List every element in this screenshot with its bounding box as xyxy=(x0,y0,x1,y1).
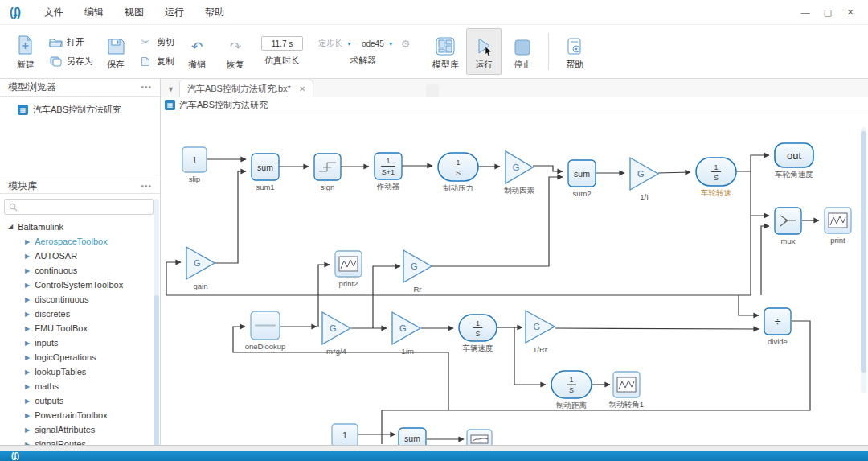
block-gain-1-over-I[interactable]: G1/I xyxy=(630,158,658,201)
tree-root-baltamulink[interactable]: ◢ Baltamulink xyxy=(0,220,154,234)
more-options-icon[interactable]: ••• xyxy=(141,83,152,92)
wire-12[interactable] xyxy=(739,295,759,315)
wire-10[interactable] xyxy=(751,171,769,216)
block-gain[interactable]: Ggain xyxy=(186,247,215,290)
block-brake-pressure-integrator[interactable]: 1S制动压力 xyxy=(438,153,478,192)
menu-item-运行[interactable]: 运行 xyxy=(154,2,194,23)
wire-25[interactable] xyxy=(555,328,759,329)
block-sum2[interactable]: sumsum2 xyxy=(568,160,596,198)
tree-item-signalRoutes[interactable]: ▶signalRoutes xyxy=(0,437,154,445)
new-button[interactable]: 新建 xyxy=(8,28,43,75)
block-vehicle-speed-integrator[interactable]: 1S车辆速度 xyxy=(459,315,497,352)
block-gain-Rr[interactable]: GRr xyxy=(403,250,432,294)
cut-button[interactable]: ✂ 剪切 xyxy=(138,32,174,51)
block-sum3[interactable]: sum xyxy=(399,428,426,445)
tree-item-signalAttributes[interactable]: ▶signalAttributes xyxy=(0,422,154,437)
menu-item-视图[interactable]: 视图 xyxy=(114,2,154,23)
menu-item-文件[interactable]: 文件 xyxy=(34,2,74,23)
block-gain-neg-1-over-m[interactable]: G-1/m xyxy=(392,312,420,356)
undo-button[interactable]: ↶ 撤销 xyxy=(179,28,215,75)
block-constant-1b[interactable]: 1 xyxy=(332,424,358,445)
tree-item-FMU ToolBox[interactable]: ▶FMU ToolBox xyxy=(0,321,154,335)
block-print3-scope[interactable] xyxy=(467,430,492,445)
model-tree-item[interactable]: ▦ 汽车ABS控制方法研究 xyxy=(0,97,160,116)
block-brake-distance-integrator[interactable]: 1S制动距离 xyxy=(551,371,592,410)
block-sign[interactable]: sign xyxy=(314,154,341,191)
maximize-button[interactable]: ▢ xyxy=(817,7,839,18)
close-button[interactable]: ✕ xyxy=(839,7,862,18)
tree-item-maths[interactable]: ▶maths xyxy=(0,379,154,393)
run-button[interactable]: 运行 xyxy=(466,28,502,75)
tree-item-PowertrainToolbox[interactable]: ▶PowertrainToolbox xyxy=(0,408,154,422)
redo-button[interactable]: ↷ 恢复 xyxy=(218,28,253,75)
block-brake-factor-gain[interactable]: G制动因素 xyxy=(504,151,535,195)
block-oneDlookup[interactable]: oneDlookup xyxy=(245,311,286,351)
model-library-button[interactable]: 模型库 xyxy=(428,28,463,75)
tree-item-AUTOSAR[interactable]: ▶AUTOSAR xyxy=(0,249,154,263)
step-mode-dropdown[interactable]: 定步长 ▼ xyxy=(316,36,354,51)
tab-abs-model[interactable]: 汽车ABS控制方法研究.bx* ✕ xyxy=(179,80,313,97)
help-button[interactable]: 帮助 xyxy=(557,28,592,75)
more-options-icon[interactable]: ••• xyxy=(141,182,152,191)
tree-item-outputs[interactable]: ▶outputs xyxy=(0,393,154,408)
canvas-area: ▼ 汽车ABS控制方法研究.bx* ✕ ▦ 汽车ABS控制方法研究 1slips… xyxy=(161,79,868,445)
block-print-scope[interactable]: print xyxy=(825,208,851,245)
tree-item-inputs[interactable]: ▶inputs xyxy=(0,335,154,350)
tree-item-label: signalAttributes xyxy=(35,425,95,434)
block-divide[interactable]: ÷divide xyxy=(764,308,791,346)
block-gain-mg-over-4[interactable]: Gm*g/4 xyxy=(322,312,350,356)
tree-item-ControlSystemToolbox[interactable]: ▶ControlSystemToolbox xyxy=(0,278,154,292)
model-file-icon: ▦ xyxy=(165,100,175,110)
wire-9[interactable] xyxy=(736,155,769,171)
block-print2-scope[interactable]: print2 xyxy=(335,251,362,288)
stop-button[interactable]: 停止 xyxy=(505,28,540,75)
tree-item-continuous[interactable]: ▶continuous xyxy=(0,263,154,278)
copy-button[interactable]: 复制 xyxy=(138,51,174,71)
wire-1[interactable] xyxy=(215,171,246,263)
gear-icon[interactable]: ⚙ xyxy=(401,38,411,50)
tree-item-discontinuous[interactable]: ▶discontinuous xyxy=(0,292,154,307)
block-label-actuator-tf: 作动器 xyxy=(376,182,400,191)
run-label: 运行 xyxy=(475,59,493,71)
tree-item-label: discontinuous xyxy=(35,294,88,304)
module-search-box[interactable] xyxy=(4,199,154,215)
sidebar-scrollbar[interactable] xyxy=(154,199,159,445)
block-wheel-speed-integrator[interactable]: 1S车轮转速 xyxy=(696,158,736,197)
menu-item-编辑[interactable]: 编辑 xyxy=(74,2,114,23)
wire-11[interactable] xyxy=(166,216,751,295)
tree-item-logicOperations[interactable]: ▶logicOperations xyxy=(0,350,154,364)
block-slip-constant[interactable]: 1slip xyxy=(182,147,207,183)
block-gain-1-over-Rr[interactable]: G1/Rr xyxy=(526,311,555,354)
block-diagram[interactable]: 1slipsumsum1sign1S+1作动器1S制动压力G制动因素sumsum… xyxy=(161,113,868,445)
sim-time-input[interactable] xyxy=(261,36,303,51)
save-button[interactable]: 保存 xyxy=(98,28,133,75)
wire-13[interactable] xyxy=(761,226,769,295)
wire-15[interactable] xyxy=(382,321,810,444)
block-mux[interactable]: mux xyxy=(775,208,801,245)
tree-item-label: discretes xyxy=(35,309,70,319)
block-brake-angle-scope[interactable]: 制动转角1 xyxy=(609,372,644,409)
menu-item-帮助[interactable]: 帮助 xyxy=(194,2,235,23)
save-as-button[interactable]: 另存为 xyxy=(48,51,93,71)
block-out-port[interactable]: out车轮角速度 xyxy=(775,143,813,179)
svg-text:S: S xyxy=(475,330,480,338)
block-actuator-tf[interactable]: 1S+1作动器 xyxy=(375,153,402,191)
tree-item-lookupTables[interactable]: ▶lookupTables xyxy=(0,364,154,379)
minimize-button[interactable]: — xyxy=(794,7,817,17)
wire-8[interactable] xyxy=(658,172,690,173)
tree-item-AerospaceToolbox[interactable]: ▶AerospaceToolbox xyxy=(0,234,154,249)
help-label: 帮助 xyxy=(566,59,583,71)
breadcrumb-label[interactable]: 汽车ABS控制方法研究 xyxy=(179,99,268,111)
block-sum1[interactable]: sumsum1 xyxy=(252,154,279,191)
caret-collapsed-icon: ▶ xyxy=(25,267,30,274)
open-saveas-group: 打开 另存为 xyxy=(48,28,93,75)
solver-dropdown[interactable]: ode45 ▼ xyxy=(359,38,396,50)
tree-item-label: logicOperations xyxy=(35,352,96,362)
open-button[interactable]: 打开 xyxy=(48,32,93,51)
tab-list-chevron-icon[interactable]: ▼ xyxy=(161,85,179,97)
svg-text:G: G xyxy=(637,169,645,179)
tab-close-icon[interactable]: ✕ xyxy=(299,84,305,93)
canvas-scrollbar[interactable] xyxy=(861,127,866,393)
wire-6[interactable] xyxy=(533,166,563,171)
tree-item-discretes[interactable]: ▶discretes xyxy=(0,307,154,321)
